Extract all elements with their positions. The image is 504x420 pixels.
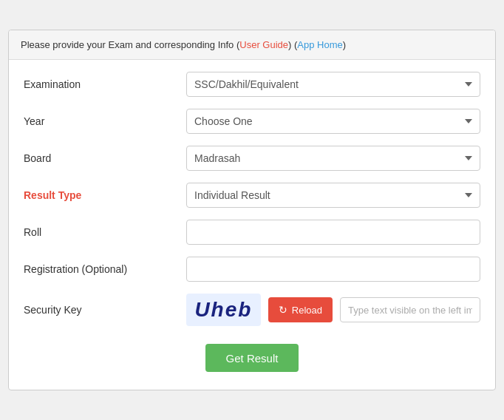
security-key-row: Security Key Uheb ↻ Reload (24, 294, 480, 326)
board-label: Board (24, 152, 186, 164)
captcha-text: Uheb (194, 298, 252, 322)
reload-button[interactable]: ↻ Reload (268, 297, 333, 322)
reload-icon: ↻ (279, 304, 287, 316)
header-text-after: ) (343, 39, 346, 50)
get-result-button[interactable]: Get Result (205, 344, 299, 372)
board-row: Board Madrasah (24, 146, 480, 171)
main-card: Please provide your Exam and correspondi… (8, 30, 496, 390)
examination-row: Examination SSC/Dakhil/Equivalent (24, 72, 480, 97)
roll-input[interactable] (186, 220, 480, 245)
registration-input[interactable] (186, 257, 480, 282)
result-type-select[interactable]: Individual Result (186, 183, 480, 208)
roll-row: Roll (24, 220, 480, 245)
registration-row: Registration (Optional) (24, 257, 480, 282)
security-key-label: Security Key (24, 304, 186, 316)
board-select[interactable]: Madrasah (186, 146, 480, 171)
roll-label: Roll (24, 226, 186, 238)
result-type-row: Result Type Individual Result (24, 183, 480, 208)
card-header: Please provide your Exam and correspondi… (9, 30, 495, 60)
btn-row: Get Result (24, 344, 480, 372)
result-type-label: Result Type (24, 189, 186, 201)
app-home-link[interactable]: App Home (297, 39, 342, 50)
card-body: Examination SSC/Dakhil/Equivalent Year C… (9, 60, 495, 390)
registration-label: Registration (Optional) (24, 263, 186, 275)
user-guide-link[interactable]: User Guide (239, 39, 288, 50)
year-label: Year (24, 115, 186, 127)
reload-label: Reload (292, 305, 322, 316)
year-select[interactable]: Choose One (186, 109, 480, 134)
examination-label: Examination (24, 78, 186, 90)
header-text-before: Please provide your Exam and correspondi… (21, 39, 239, 50)
header-separator: ) ( (288, 39, 297, 50)
captcha-input[interactable] (340, 297, 480, 322)
year-row: Year Choose One (24, 109, 480, 134)
captcha-image: Uheb (186, 294, 261, 326)
examination-select[interactable]: SSC/Dakhil/Equivalent (186, 72, 480, 97)
